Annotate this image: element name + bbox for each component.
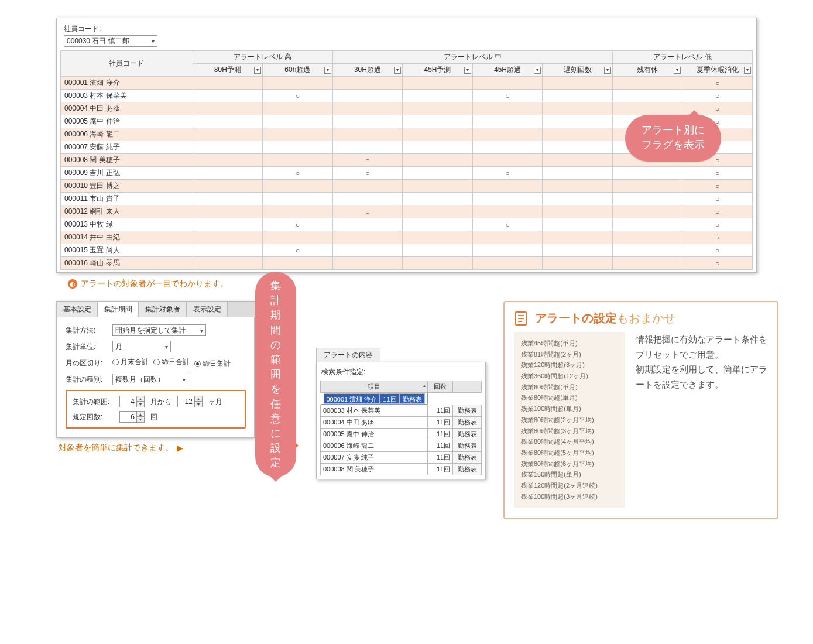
table-row[interactable]: 000012 綱引 来人○○ [61,205,753,218]
col-60h超過[interactable]: 60h超過▾ [263,64,333,77]
radio-締日集計[interactable]: 締日集計 [194,359,231,369]
spin-up-icon[interactable]: ▲ [137,412,144,417]
col-80H予測[interactable]: 80H予測▾ [193,64,263,77]
employee-name: 000013 中牧 緑 [61,218,193,231]
alert-cell [193,141,263,154]
item-count: 11回 [428,464,453,475]
preset-item: 残業45時間超(単月) [521,338,618,349]
spin-up-icon[interactable]: ▲ [137,396,144,402]
col-count[interactable]: 回数 [428,381,453,393]
tab-表示設定[interactable]: 表示設定 [187,302,228,317]
alert-cell: ○ [332,205,403,218]
kind-select[interactable]: 複数月（回数）▾ [112,374,188,385]
open-timesheet-button[interactable]: 勤務表 [453,429,482,440]
col-item[interactable]: 項目▴ [321,381,428,393]
preset-item: 残業80時間超(4ヶ月平均) [521,436,618,447]
col-45H超過[interactable]: 45H超過▾ [472,64,543,77]
col-employee[interactable]: 社員コード [61,51,193,77]
preset-item: 残業81時間超(2ヶ月) [521,349,618,360]
alert-cell [612,77,682,90]
filter-icon[interactable]: ▾ [464,67,471,74]
spin-down-icon[interactable]: ▼ [137,402,144,407]
alert-cell [193,90,263,102]
content-panel-tab: アラートの内容 [316,348,380,362]
filter-icon[interactable]: ▾ [534,67,541,74]
spin-down-icon[interactable]: ▼ [195,402,202,407]
alert-cell [193,205,263,218]
alert-cell: ○ [682,180,753,193]
item-name: 000008 関 美穂子 [321,464,428,475]
table-row[interactable]: 000004 中田 あゆ○ [61,102,753,115]
alert-cell [403,77,473,90]
table-row[interactable]: 000009 吉川 正弘○○○○ [61,167,753,180]
col-action [453,381,482,393]
alert-cell [472,257,543,270]
open-timesheet-button[interactable]: 勤務表 [400,393,425,404]
alert-cell [612,167,682,180]
list-item[interactable]: 000008 関 美穂子11回勤務表 [321,464,482,475]
tab-集計対象者[interactable]: 集計対象者 [139,302,187,317]
filter-icon[interactable]: ▾ [674,67,681,74]
open-timesheet-button[interactable]: 勤務表 [453,452,482,464]
list-item[interactable]: 000004 中田 あゆ11回勤務表 [321,417,482,429]
table-row[interactable]: 000015 玉置 尚人○○ [61,244,753,257]
preset-item: 残業100時間超(単月) [521,403,618,415]
range-to-spinner[interactable]: 12 ▲▼ [177,396,203,407]
table-row[interactable]: 000011 市山 貴子○ [61,193,753,205]
tab-基本設定[interactable]: 基本設定 [57,302,98,317]
col-遅刻回数[interactable]: 遅刻回数▾ [543,64,613,77]
filter-icon[interactable]: ▾ [324,67,331,74]
alert-cell [472,244,543,257]
alert-cell [543,231,613,244]
list-item[interactable]: 000005 庵中 伸治11回勤務表 [321,429,482,440]
sort-icon[interactable]: ▴ [423,383,426,388]
open-timesheet-button[interactable]: 勤務表 [453,417,482,429]
table-row[interactable]: 000014 井中 由紀○ [61,231,753,244]
table-row[interactable]: 000016 崎山 琴馬○ [61,257,753,270]
filter-icon[interactable]: ▾ [254,67,261,74]
employee-name: 000015 玉置 尚人 [61,244,193,257]
alert-cell [472,154,543,167]
tab-集計期間[interactable]: 集計期間 [98,302,139,317]
alert-cell [193,115,263,128]
radio-月末合計[interactable]: 月末合計 [112,357,149,367]
table-row[interactable]: 000001 濱畑 浄介○ [61,77,753,90]
item-name: 000001 濱畑 浄介 [324,393,380,404]
unit-select[interactable]: 月▾ [112,341,171,352]
filter-icon[interactable]: ▾ [744,67,751,74]
alert-cell [403,167,473,180]
col-30H超過[interactable]: 30H超過▾ [332,64,403,77]
spin-down-icon[interactable]: ▼ [137,417,144,422]
alert-cell [332,244,403,257]
method-select[interactable]: 開始月を指定して集計▾ [112,324,206,336]
col-45H予測[interactable]: 45H予測▾ [403,64,473,77]
spin-up-icon[interactable]: ▲ [195,396,202,402]
caption-top: ◐ アラートの対象者が一目でわかります。 [68,279,813,289]
open-timesheet-button[interactable]: 勤務表 [453,440,482,452]
alert-cell [403,115,473,128]
col-残有休[interactable]: 残有休▾ [612,64,682,77]
preset-item: 残業80時間超(単月) [521,392,618,403]
open-timesheet-button[interactable]: 勤務表 [453,405,482,417]
list-item[interactable]: 000007 安藤 純子11回勤務表 [321,452,482,464]
table-row[interactable]: 000003 村本 保菜美○○○ [61,90,753,102]
table-row[interactable]: 000013 中牧 緑○○○ [61,218,753,231]
list-item[interactable]: 000001 濱畑 浄介11回勤務表 [321,393,428,405]
col-夏季休暇消化[interactable]: 夏季休暇消化▾ [682,64,753,77]
range-from-spinner[interactable]: 4 ▲▼ [119,396,145,407]
radio-締日合計[interactable]: 締日合計 [153,357,190,367]
alert-cell [472,205,543,218]
list-item[interactable]: 000006 海崎 龍二11回勤務表 [321,440,482,452]
count-suffix: 回 [150,412,157,422]
filter-icon[interactable]: ▾ [394,67,401,74]
list-item[interactable]: 000003 村本 保菜美11回勤務表 [321,405,482,417]
alert-cell [193,167,263,180]
filter-icon[interactable]: ▾ [604,67,611,74]
preset-panel: アラートの設定もおまかせ 残業45時間超(単月)残業81時間超(2ヶ月)残業12… [503,301,778,519]
employee-select[interactable]: 000030 石田 慎二郎 ▾ [64,35,157,47]
open-timesheet-button[interactable]: 勤務表 [453,464,482,475]
employee-code-label: 社員コード: [64,24,749,34]
count-spinner[interactable]: 6 ▲▼ [119,411,145,423]
preset-description: 情報把握に有効なアラート条件をプリセットでご用意。初期設定を利用して、簡単にアラ… [636,332,768,508]
table-row[interactable]: 000010 豊田 博之○ [61,180,753,193]
